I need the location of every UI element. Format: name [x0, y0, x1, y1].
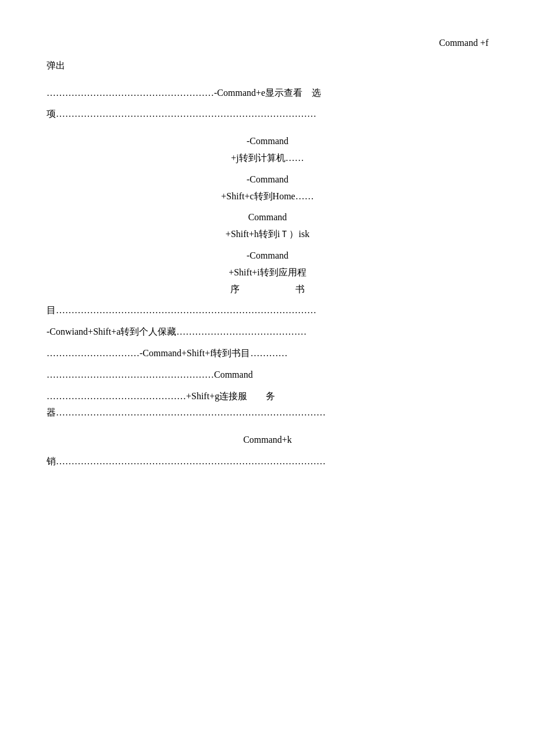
line-command-k: Command+k: [47, 432, 488, 449]
line-command-f: Command +f: [47, 35, 488, 52]
line-book-dots: 目…………………………………………………………………………: [47, 302, 488, 319]
line-command-dots: ………………………………………………Command: [47, 367, 488, 384]
line-shift-g-server1: ………………………………………+Shift+g连接服 务: [47, 388, 488, 405]
line-server2: 器……………………………………………………………………………: [47, 404, 488, 421]
line-favorites: -Conwiand+Shift+a转到个人保藏……………………………………: [47, 324, 488, 341]
line-cancel: 销……………………………………………………………………………: [47, 453, 488, 470]
line-apps-book: 序 书: [47, 281, 488, 298]
line-popup: 弹出: [47, 58, 488, 74]
line-j-computer: +j转到计算机……: [47, 150, 488, 167]
line-shift-i-apps: +Shift+i转到应用程: [47, 264, 488, 281]
line-command-2: -Command: [47, 171, 488, 188]
main-content: Command +f 弹出 ………………………………………………-Command…: [47, 35, 488, 470]
line-command-3: Command: [47, 209, 488, 226]
line-command-1: -Command: [47, 133, 488, 150]
line-command-4: -Command: [47, 248, 488, 264]
line-command-shift-f: …………………………-Command+Shift+f转到书目…………: [47, 345, 488, 362]
line-options-dots: 项…………………………………………………………………………: [47, 106, 488, 123]
line-shift-c-home: +Shift+c转到Home……: [47, 188, 488, 205]
line-dots-command-e: ………………………………………………-Command+e显示查看 选: [47, 85, 488, 102]
line-shift-h-disk: +Shift+h转到iＴ）isk: [47, 226, 488, 243]
